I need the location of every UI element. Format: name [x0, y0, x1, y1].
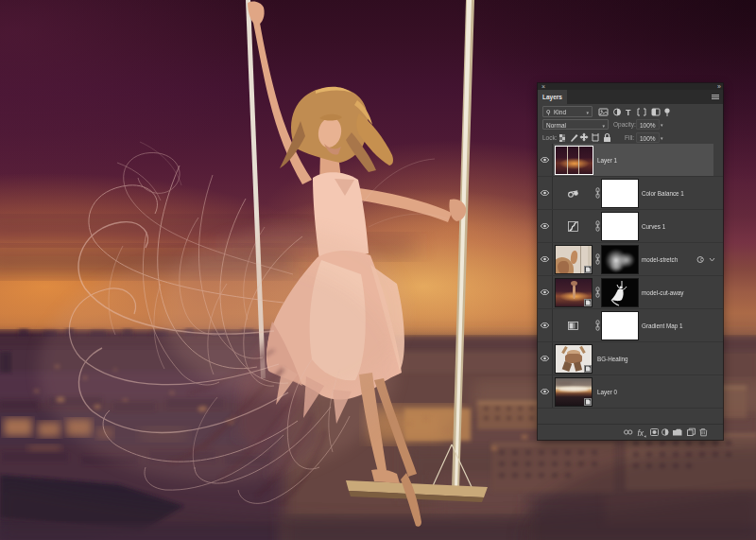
svg-text:fx: fx — [638, 428, 644, 438]
svg-text:T: T — [626, 108, 631, 117]
